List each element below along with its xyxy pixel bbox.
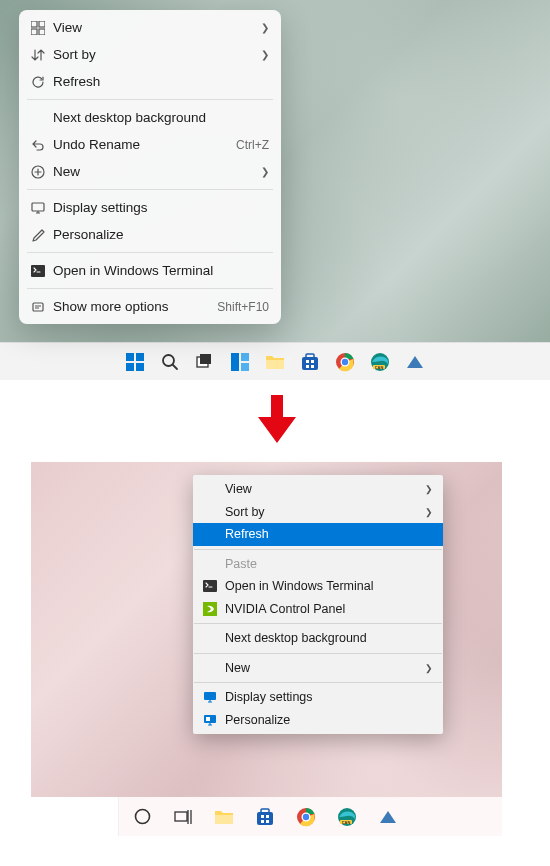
- new-icon: [31, 165, 53, 179]
- svg-rect-33: [175, 812, 187, 821]
- svg-rect-51: [204, 692, 216, 700]
- chevron-right-icon: ❯: [261, 166, 269, 177]
- menu-item-terminal[interactable]: Open in Windows Terminal: [19, 257, 281, 284]
- svg-rect-17: [311, 365, 314, 368]
- menu-item-show-more[interactable]: Show more options Shift+F10: [19, 293, 281, 320]
- chevron-right-icon: ❯: [425, 507, 433, 517]
- menu-item-next-background[interactable]: Next desktop background: [193, 627, 443, 650]
- shortcut-text: Shift+F10: [217, 300, 269, 314]
- menu-item-sortby[interactable]: Sort by ❯: [19, 41, 281, 68]
- menu-label: New: [225, 661, 425, 675]
- menu-item-next-background[interactable]: Next desktop background: [19, 104, 281, 131]
- menu-label: Refresh: [225, 527, 433, 541]
- menu-item-refresh[interactable]: Refresh: [193, 523, 443, 546]
- svg-rect-29: [32, 203, 44, 211]
- menu-item-refresh[interactable]: Refresh: [19, 68, 281, 95]
- svg-rect-7: [200, 354, 211, 364]
- microsoft-store-icon[interactable]: [298, 350, 322, 374]
- svg-rect-27: [39, 29, 45, 35]
- personalize-icon: [31, 228, 53, 242]
- menu-item-new[interactable]: New ❯: [193, 657, 443, 680]
- menu-item-nvidia[interactable]: NVIDIA Control Panel: [193, 598, 443, 621]
- terminal-icon: [31, 265, 53, 277]
- menu-item-personalize[interactable]: Personalize: [19, 221, 281, 248]
- separator: [27, 189, 273, 190]
- menu-label: Display settings: [225, 690, 433, 704]
- menu-label: Show more options: [53, 299, 217, 314]
- separator: [194, 623, 442, 624]
- svg-rect-41: [261, 820, 264, 823]
- chrome-icon[interactable]: [287, 798, 325, 836]
- svg-rect-26: [31, 29, 37, 35]
- svg-rect-12: [302, 357, 318, 370]
- chrome-icon[interactable]: [333, 350, 357, 374]
- menu-label: New: [53, 164, 261, 179]
- taskview-icon[interactable]: [193, 350, 217, 374]
- sort-icon: [31, 48, 53, 62]
- menu-item-terminal[interactable]: Open in Windows Terminal: [193, 575, 443, 598]
- svg-point-32: [135, 810, 149, 824]
- search-box[interactable]: [31, 797, 119, 836]
- cortana-icon[interactable]: [123, 798, 161, 836]
- chevron-right-icon: ❯: [425, 484, 433, 494]
- menu-item-display-settings[interactable]: Display settings: [193, 686, 443, 709]
- menu-label: Paste: [225, 557, 433, 571]
- terminal-icon: [203, 580, 225, 592]
- microsoft-store-icon[interactable]: [246, 798, 284, 836]
- svg-rect-8: [231, 353, 239, 371]
- file-explorer-icon[interactable]: [263, 350, 287, 374]
- edge-icon[interactable]: CAN: [368, 350, 392, 374]
- svg-rect-0: [126, 353, 134, 361]
- display-icon: [31, 201, 53, 215]
- widgets-icon[interactable]: [228, 350, 252, 374]
- context-menu-win10: View ❯ Sort by ❯ Refresh Paste Open in W…: [193, 475, 443, 734]
- svg-rect-1: [136, 353, 144, 361]
- menu-label: Next desktop background: [53, 110, 269, 125]
- file-explorer-icon[interactable]: [205, 798, 243, 836]
- svg-rect-50: [203, 602, 217, 616]
- menu-item-personalize[interactable]: Personalize: [193, 709, 443, 732]
- svg-line-5: [173, 365, 177, 369]
- chevron-right-icon: ❯: [261, 22, 269, 33]
- menu-label: Next desktop background: [225, 631, 433, 645]
- menu-item-view[interactable]: View ❯: [19, 14, 281, 41]
- menu-item-undo-rename[interactable]: Undo Rename Ctrl+Z: [19, 131, 281, 158]
- menu-item-sortby[interactable]: Sort by ❯: [193, 501, 443, 524]
- menu-item-view[interactable]: View ❯: [193, 478, 443, 501]
- taskbar-win11: CAN: [0, 342, 550, 380]
- app-icon[interactable]: [369, 798, 407, 836]
- svg-rect-53: [206, 717, 210, 721]
- svg-rect-40: [266, 815, 269, 818]
- shortcut-text: Ctrl+Z: [236, 138, 269, 152]
- taskview-icon[interactable]: [164, 798, 202, 836]
- svg-rect-11: [266, 360, 284, 369]
- svg-rect-16: [306, 365, 309, 368]
- menu-label: Undo Rename: [53, 137, 236, 152]
- svg-rect-14: [306, 360, 309, 363]
- svg-text:CAN: CAN: [375, 364, 384, 369]
- start-icon[interactable]: [123, 350, 147, 374]
- taskbar-win10: CAN: [31, 797, 502, 836]
- menu-label: View: [53, 20, 261, 35]
- menu-label: Refresh: [53, 74, 269, 89]
- refresh-icon: [31, 75, 53, 89]
- menu-item-paste: Paste: [193, 553, 443, 576]
- edge-icon[interactable]: CAN: [328, 798, 366, 836]
- app-icon[interactable]: [403, 350, 427, 374]
- svg-rect-31: [33, 303, 43, 311]
- more-options-icon: [31, 300, 53, 314]
- menu-label: Sort by: [225, 505, 425, 519]
- search-icon[interactable]: [158, 350, 182, 374]
- menu-item-display-settings[interactable]: Display settings: [19, 194, 281, 221]
- menu-item-new[interactable]: New ❯: [19, 158, 281, 185]
- menu-label: Sort by: [53, 47, 261, 62]
- menu-label: Personalize: [53, 227, 269, 242]
- svg-point-45: [303, 813, 309, 819]
- svg-rect-3: [136, 363, 144, 371]
- menu-label: Display settings: [53, 200, 269, 215]
- chevron-right-icon: ❯: [261, 49, 269, 60]
- svg-rect-38: [261, 809, 269, 813]
- svg-rect-24: [31, 21, 37, 27]
- view-icon: [31, 21, 53, 35]
- svg-text:CAN: CAN: [342, 819, 351, 824]
